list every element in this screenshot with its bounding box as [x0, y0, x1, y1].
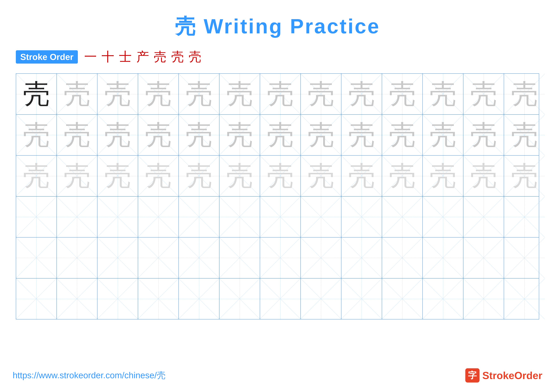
cell-r4-c13[interactable] — [504, 197, 545, 237]
char-ghost: 壳 — [145, 163, 172, 189]
cell-r5-c8[interactable] — [301, 237, 341, 278]
cell-r5-c13[interactable] — [504, 237, 545, 278]
cell-diag — [57, 197, 97, 237]
cell-r6-c10[interactable] — [382, 278, 423, 319]
cell-r6-c1[interactable] — [16, 278, 57, 319]
cell-r3-c7[interactable]: 壳 — [260, 156, 301, 196]
cell-r1-c5[interactable]: 壳 — [179, 74, 219, 114]
cell-r6-c6[interactable] — [219, 278, 260, 319]
cell-r5-c4[interactable] — [138, 237, 179, 278]
cell-r3-c13[interactable]: 壳 — [504, 156, 545, 196]
cell-r6-c7[interactable] — [260, 278, 301, 319]
grid-row-2: 壳 壳 壳 壳 壳 壳 壳 壳 壳 壳 壳 壳 壳 — [16, 115, 539, 156]
cell-r2-c4[interactable]: 壳 — [138, 115, 179, 155]
cell-r2-c10[interactable]: 壳 — [382, 115, 423, 155]
cell-r6-c3[interactable] — [97, 278, 138, 319]
cell-r3-c8[interactable]: 壳 — [301, 156, 341, 196]
cell-r1-c3[interactable]: 壳 — [97, 74, 138, 114]
cell-r5-c10[interactable] — [382, 237, 423, 278]
cell-r3-c4[interactable]: 壳 — [138, 156, 179, 196]
cell-r6-c4[interactable] — [138, 278, 179, 319]
cell-r3-c6[interactable]: 壳 — [219, 156, 260, 196]
cell-r2-c7[interactable]: 壳 — [260, 115, 301, 155]
cell-r3-c9[interactable]: 壳 — [341, 156, 382, 196]
cell-r5-c1[interactable] — [16, 237, 57, 278]
cell-diag — [57, 278, 97, 319]
cell-r3-c2[interactable]: 壳 — [57, 156, 97, 196]
cell-r6-c2[interactable] — [57, 278, 97, 319]
cell-r1-c1[interactable]: 壳 — [16, 74, 57, 114]
cell-r6-c13[interactable] — [504, 278, 545, 319]
cell-r1-c12[interactable]: 壳 — [463, 74, 504, 114]
cell-r5-c3[interactable] — [97, 237, 138, 278]
char-ghost: 壳 — [104, 121, 131, 149]
cell-diag — [57, 237, 97, 278]
cell-diag — [341, 197, 382, 237]
char-ghost: 壳 — [64, 81, 90, 107]
cell-r4-c7[interactable] — [260, 197, 301, 237]
cell-r5-c2[interactable] — [57, 237, 97, 278]
cell-r4-c5[interactable] — [179, 197, 219, 237]
logo-icon: 字 — [465, 368, 480, 383]
cell-r2-c8[interactable]: 壳 — [301, 115, 341, 155]
cell-r4-c4[interactable] — [138, 197, 179, 237]
cell-r6-c9[interactable] — [341, 278, 382, 319]
cell-r3-c1[interactable]: 壳 — [16, 156, 57, 196]
cell-diag — [341, 278, 382, 319]
cell-r5-c7[interactable] — [260, 237, 301, 278]
cell-r2-c1[interactable]: 壳 — [16, 115, 57, 155]
cell-r4-c10[interactable] — [382, 197, 423, 237]
cell-r6-c12[interactable] — [463, 278, 504, 319]
cell-r1-c2[interactable]: 壳 — [57, 74, 97, 114]
cell-r2-c2[interactable]: 壳 — [57, 115, 97, 155]
cell-r4-c12[interactable] — [463, 197, 504, 237]
cell-r4-c6[interactable] — [219, 197, 260, 237]
cell-r1-c6[interactable]: 壳 — [219, 74, 260, 114]
cell-r4-c1[interactable] — [16, 197, 57, 237]
cell-r5-c5[interactable] — [179, 237, 219, 278]
cell-r4-c11[interactable] — [423, 197, 463, 237]
footer-logo: 字 StrokeOrder — [465, 368, 542, 383]
cell-r1-c11[interactable]: 壳 — [423, 74, 463, 114]
cell-r2-c12[interactable]: 壳 — [463, 115, 504, 155]
cell-r2-c11[interactable]: 壳 — [423, 115, 463, 155]
cell-r3-c3[interactable]: 壳 — [97, 156, 138, 196]
cell-r1-c7[interactable]: 壳 — [260, 74, 301, 114]
cell-r3-c11[interactable]: 壳 — [423, 156, 463, 196]
cell-r6-c5[interactable] — [179, 278, 219, 319]
cell-diag — [219, 197, 260, 237]
cell-r2-c13[interactable]: 壳 — [504, 115, 545, 155]
cell-r2-c3[interactable]: 壳 — [97, 115, 138, 155]
cell-r6-c8[interactable] — [301, 278, 341, 319]
cell-r4-c9[interactable] — [341, 197, 382, 237]
cell-r3-c12[interactable]: 壳 — [463, 156, 504, 196]
cell-r1-c9[interactable]: 壳 — [341, 74, 382, 114]
char-ghost: 壳 — [145, 121, 172, 149]
cell-r5-c6[interactable] — [219, 237, 260, 278]
cell-diag — [179, 237, 219, 278]
cell-r4-c2[interactable] — [57, 197, 97, 237]
cell-r5-c12[interactable] — [463, 237, 504, 278]
cell-r1-c13[interactable]: 壳 — [504, 74, 545, 114]
cell-r2-c6[interactable]: 壳 — [219, 115, 260, 155]
stroke-6: 壳 — [171, 48, 184, 65]
char-ghost: 壳 — [186, 81, 212, 107]
cell-r1-c8[interactable]: 壳 — [301, 74, 341, 114]
cell-r3-c10[interactable]: 壳 — [382, 156, 423, 196]
cell-r3-c5[interactable]: 壳 — [179, 156, 219, 196]
cell-r4-c8[interactable] — [301, 197, 341, 237]
cell-r1-c4[interactable]: 壳 — [138, 74, 179, 114]
cell-r5-c11[interactable] — [423, 237, 463, 278]
cell-r2-c9[interactable]: 壳 — [341, 115, 382, 155]
footer-url[interactable]: https://www.strokeorder.com/chinese/壳 — [13, 370, 166, 381]
char-ghost: 壳 — [470, 81, 497, 107]
char-ghost: 壳 — [104, 81, 131, 107]
char-ghost: 壳 — [430, 163, 456, 189]
cell-r1-c10[interactable]: 壳 — [382, 74, 423, 114]
stroke-3: 士 — [119, 48, 132, 65]
cell-r5-c9[interactable] — [341, 237, 382, 278]
cell-r4-c3[interactable] — [97, 197, 138, 237]
char-ghost: 壳 — [389, 121, 416, 149]
cell-r6-c11[interactable] — [423, 278, 463, 319]
cell-r2-c5[interactable]: 壳 — [179, 115, 219, 155]
